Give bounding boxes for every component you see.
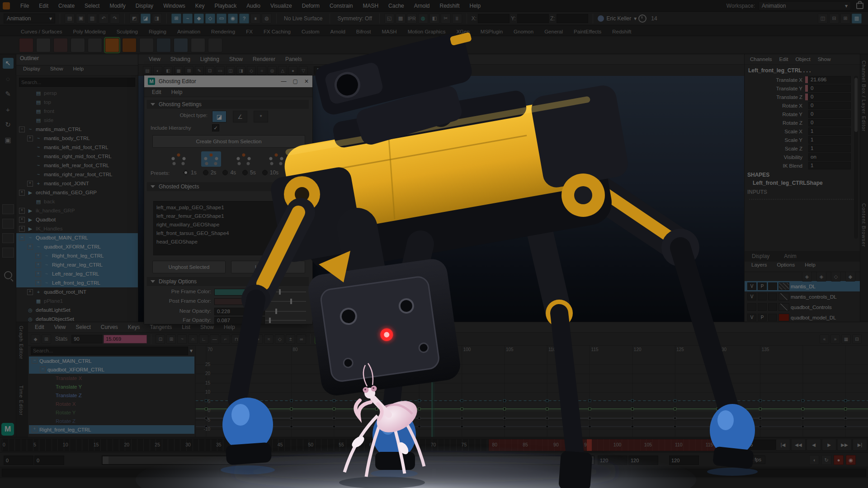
shelf-tab[interactable]: MSPlugin <box>475 28 508 36</box>
shelf-tab[interactable]: MASH <box>376 28 402 36</box>
ge-unify-tangents-icon[interactable]: ◇ <box>275 334 284 344</box>
layer-color-swatch[interactable] <box>778 303 789 311</box>
tool-settings-icon[interactable]: ⊞ <box>840 14 850 23</box>
shelf-create-pose[interactable] <box>88 38 102 52</box>
outliner-row[interactable]: ~ mantis_left_rear_foot_CTRL <box>16 161 138 170</box>
outliner-row[interactable]: ▤ back <box>16 197 138 206</box>
expander-icon[interactable]: + <box>19 226 25 232</box>
shelf-motion-trail[interactable] <box>139 38 154 52</box>
expander-icon[interactable]: + <box>32 427 38 432</box>
channel-box-scrollbar[interactable] <box>854 76 858 239</box>
color-space-dropdown[interactable]: ACES 1.0 SDR-video (sRGB)▾ <box>340 66 427 75</box>
workspace-selector[interactable]: Workspace: Animation▾ <box>726 1 868 10</box>
channel-row[interactable]: IK Blend 1 <box>745 161 860 170</box>
ghosted-object-item[interactable]: head_GEOShape <box>156 238 300 246</box>
grid-icon[interactable]: ⊡ <box>205 66 214 75</box>
shelf-tab[interactable]: Sculpting <box>111 28 143 36</box>
expander-icon[interactable]: + <box>27 289 33 295</box>
snap-curve-icon[interactable]: ~ <box>183 14 193 23</box>
outliner-row[interactable]: ▤ side <box>16 116 138 125</box>
shelf-tab[interactable]: FX Caching <box>258 28 296 36</box>
channel-row[interactable]: Rotate Z 0 <box>745 118 860 127</box>
ghost-geometry-icon[interactable]: ◪ <box>212 111 226 122</box>
gate-mask-icon[interactable]: ◨ <box>236 66 245 75</box>
shelf-set-key[interactable] <box>19 38 33 52</box>
layer-row[interactable]: V mantis_controls_DL <box>745 291 860 302</box>
expander-icon[interactable]: − <box>19 127 25 132</box>
playback-loop-icon[interactable]: ↻ <box>821 455 831 465</box>
graph-editor-channel-row[interactable]: Translate Z <box>29 391 194 399</box>
menu-item[interactable]: Modify <box>104 3 130 9</box>
ghosted-object-item[interactable]: right_maxillary_GEOShape <box>156 221 300 229</box>
stats-frame-field[interactable]: 90 <box>71 335 102 343</box>
expander-icon[interactable]: + <box>35 271 41 277</box>
outliner-row[interactable]: + ▶ IK_Handles <box>16 224 138 233</box>
channel-row[interactable]: Rotate Y 0 <box>745 110 860 118</box>
layer-display-type-toggle[interactable] <box>768 303 777 311</box>
menu-item[interactable]: Audio <box>241 3 265 9</box>
snap-grid-icon[interactable]: ⊞ <box>171 14 181 23</box>
outliner-row[interactable]: ▤ persp <box>16 89 138 98</box>
preset-radio[interactable]: 4s <box>222 169 236 176</box>
range-slider-track[interactable] <box>102 455 594 465</box>
layer-display-type-toggle[interactable] <box>768 293 777 300</box>
playback-button[interactable]: ▶| <box>853 439 867 450</box>
render-frame-icon[interactable]: ▩ <box>396 14 406 23</box>
layer-playback-toggle[interactable] <box>758 293 767 300</box>
create-ghost-button[interactable]: Create Ghost from Selection <box>152 135 305 148</box>
ghosting-editor-titlebar[interactable]: M Ghosting Editor — ▢ ✕ <box>144 75 312 87</box>
layer-display-type-toggle[interactable] <box>768 282 777 290</box>
pause-viewport-icon[interactable]: II <box>452 14 462 23</box>
isolate-select-icon[interactable]: ● <box>288 66 297 75</box>
unghost-all-button[interactable]: Unghost All <box>231 261 305 273</box>
select-tool-icon[interactable]: ↖ <box>3 58 14 69</box>
menu-item[interactable]: Constrain <box>325 3 358 9</box>
post-frame-color-swatch[interactable] <box>214 298 260 305</box>
shelf-tab[interactable]: Animation <box>172 28 206 36</box>
menu-item[interactable]: Arnold <box>409 3 435 9</box>
menu-item[interactable]: Edit <box>776 56 792 62</box>
snap-magnet-icon[interactable]: ? <box>239 14 249 23</box>
range-start-handle[interactable] <box>103 456 108 464</box>
open-scene-icon[interactable]: ▣ <box>76 14 86 23</box>
channel-row[interactable]: Scale Y 1 <box>745 136 860 144</box>
resolution-gate-icon[interactable]: ◫ <box>226 66 235 75</box>
graph-editor-channel-row[interactable]: + Right_front_leg_CTRL <box>29 425 194 434</box>
paint-select-tool-icon[interactable]: ✎ <box>3 89 14 99</box>
near-opacity-slider[interactable] <box>265 311 306 312</box>
layer-visibility-toggle[interactable]: V <box>747 282 756 290</box>
layer-row[interactable]: quadbot_Controls <box>745 302 860 312</box>
stats-value-field[interactable]: 15.069 <box>104 335 147 343</box>
layer-playback-toggle[interactable]: P <box>758 282 767 290</box>
shelf-tab[interactable]: PaintEffects <box>568 28 607 36</box>
make-live-icon[interactable]: ◉ <box>228 14 238 23</box>
render-view-icon[interactable]: ◱ <box>384 14 394 23</box>
channel-row[interactable]: Visibility on <box>745 153 860 161</box>
shelf-tab[interactable]: Rigging <box>143 28 172 36</box>
ge-frame-playback-icon[interactable]: ⊞ <box>166 334 176 344</box>
safe-title-icon[interactable]: ◎ <box>268 66 277 75</box>
undo-icon[interactable]: ↶ <box>99 14 108 23</box>
menu-item[interactable]: Help <box>465 3 486 9</box>
outliner-row[interactable]: ▦ pPlane1 <box>16 296 138 305</box>
z-coordinate-input[interactable] <box>557 14 588 23</box>
expander-icon[interactable]: + <box>35 280 41 286</box>
ge-swap-buffer-icon[interactable]: » <box>253 334 263 344</box>
camera-bookmark-icon[interactable]: ◧ <box>164 66 173 75</box>
current-time-marker[interactable]: 95 <box>587 439 592 451</box>
outliner-search-input[interactable] <box>19 78 135 87</box>
minimize-button[interactable]: — <box>281 78 287 84</box>
menu-item[interactable]: Visualize <box>265 3 297 9</box>
menu-item[interactable]: Layers <box>747 262 771 271</box>
ge-buffer-snapshot-icon[interactable]: « <box>242 334 252 344</box>
ge-post-infinity-icon[interactable]: » <box>830 334 840 344</box>
menu-item[interactable]: Show <box>195 324 219 330</box>
film-gate-icon[interactable]: ▭ <box>216 66 225 75</box>
menu-item[interactable]: Renderer <box>248 56 280 62</box>
animation-end-field[interactable] <box>628 455 658 465</box>
redo-icon[interactable]: ↷ <box>110 14 120 23</box>
ge-value-snap-toggle[interactable]: 1 <box>326 334 335 344</box>
ghosted-object-item[interactable]: left_rear_femur_GEOShape1 <box>156 212 300 221</box>
ghosted-object-item[interactable]: left_front_tarsus_GEO_Shape4 <box>156 229 300 238</box>
layout-four-pane-button[interactable] <box>2 219 14 229</box>
